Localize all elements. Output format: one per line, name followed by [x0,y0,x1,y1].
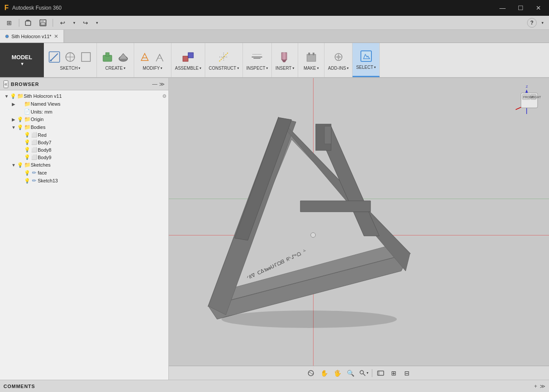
help-dropdown[interactable]: ▾ [539,17,545,29]
tree-row-body8[interactable]: · 💡 ⬜ Body8 [0,146,168,153]
orbit-button[interactable] [305,367,317,379]
sketch-label: SKETCH ▾ [60,66,81,71]
tree-eye-origin[interactable]: 💡 [17,117,24,122]
tab-close-button[interactable]: ✕ [54,33,58,39]
display-mode-button[interactable] [375,367,386,379]
ribbon-modify-group[interactable]: MODIFY ▾ [134,43,171,77]
tree-icon-units: 📄 [24,109,31,114]
open-button[interactable] [23,17,35,29]
navigation-cube[interactable]: Z FRONT RIGHT [511,83,542,114]
tree-eye-face[interactable]: 💡 [24,170,31,176]
construct-label: CONSTRUCT ▾ [209,66,239,71]
redo-dropdown[interactable]: ▾ [94,17,100,29]
tree-eye-red[interactable]: 💡 [24,132,31,138]
svg-marker-37 [300,201,371,212]
grid-button[interactable]: ⊞ [388,367,399,379]
ribbon-construct-group[interactable]: CONSTRUCT ▾ [205,43,243,77]
ribbon-insert-group[interactable]: INSERT ▾ [272,43,298,77]
undo-button[interactable]: ↩ [57,17,68,29]
tree-arrow-units: · [11,109,17,114]
tree-eye-bodies[interactable]: 💡 [17,125,24,130]
grid-view-button[interactable]: ⊞ [4,17,15,29]
inspect-icons [250,50,264,64]
ribbon-sketch-group[interactable]: SKETCH ▾ [44,43,97,77]
tree-eye-sketch13[interactable]: 💡 [24,178,31,184]
select-icons [359,49,373,63]
svg-rect-15 [183,56,188,61]
tree-row-namedviews[interactable]: ▶ · 📁 Named Views [0,100,168,108]
tree-arrow-face: · [18,171,24,175]
tree-label-body9: Body9 [38,155,167,160]
tree-row-bodies[interactable]: ▼ 💡 📁 Bodies [0,123,168,131]
tree-eye-body7[interactable]: 💡 [24,139,31,145]
svg-marker-43 [525,89,528,93]
modify-label: MODIFY ▾ [143,66,163,71]
maximize-button[interactable]: ☐ [514,3,527,13]
ribbon-select-group[interactable]: SELECT ▾ [353,43,380,77]
minimize-button[interactable]: — [496,3,509,13]
pan-button[interactable]: ✋ [318,367,330,379]
ribbon-create-group[interactable]: CREATE ▾ [97,43,134,77]
tree-arrow-namedviews[interactable]: ▶ [11,102,17,107]
assemble-icon [181,50,195,64]
document-tab[interactable]: Sith Holocron v11* ✕ [0,30,64,43]
browser-nav-back[interactable]: « [4,80,8,88]
tree-row-sketches[interactable]: ▼ 💡 📁 Sketches [0,161,168,169]
title-bar-controls: — ☐ ✕ [496,3,545,13]
tree-row-body9[interactable]: · 💡 ⬜ Body9 [0,153,168,161]
look-button[interactable]: 🖐 [332,367,343,379]
tree-icon-body8: ⬜ [31,147,38,153]
comments-add-btn[interactable]: + [534,383,537,389]
tree-arrow-root[interactable]: ▼ [4,94,10,99]
ribbon: MODEL ▾ SKETCH ▾ [0,43,549,78]
tree-row-face[interactable]: · 💡 ✏ face [0,169,168,177]
tree-row-body7[interactable]: · 💡 ⬜ Body7 [0,139,168,146]
tree-row-root[interactable]: ▼ 💡 📁 Sith Holocron v11 ⚙ [0,92,168,100]
save-button[interactable] [37,17,49,29]
inspect-label: INSPECT ▾ [246,66,268,71]
comments-expand-btn[interactable]: ≫ [540,383,545,389]
undo-dropdown[interactable]: ▾ [71,17,77,29]
svg-rect-2 [41,20,44,22]
browser-collapse-btn[interactable]: — [152,81,157,87]
comments-bar: COMMENTS + ≫ [0,380,549,392]
ribbon-make-group[interactable]: MAKE ▾ [298,43,324,77]
tree-arrow-bodies[interactable]: ▼ [11,125,17,130]
close-button[interactable]: ✕ [532,3,545,13]
title-bar-left: F Autodesk Fusion 360 [4,4,62,12]
environment-button[interactable]: ⊟ [401,367,413,379]
tree-row-red[interactable]: · 💡 ⬜ Red [0,131,168,139]
zoom-button[interactable]: 🔍 [345,367,356,379]
tree-row-origin[interactable]: ▶ 💡 📁 Origin [0,115,168,123]
ribbon-assemble-group[interactable]: ASSEMBLE ▾ [171,43,205,77]
tree-eye-body8[interactable]: 💡 [24,147,31,153]
main-content: « BROWSER — ≫ ▼ 💡 📁 Sith Holocron v11 ⚙ [0,78,549,380]
ribbon-inspect-group[interactable]: INSPECT ▾ [243,43,272,77]
redo-button[interactable]: ↪ [80,17,91,29]
svg-rect-25 [307,54,316,61]
browser-expand-btn[interactable]: ≫ [159,81,165,87]
tree-row-sketch13[interactable]: · 💡 ✏ Sketch13 [0,177,168,185]
tree-eye-root[interactable]: 💡 [10,93,17,99]
svg-line-5 [51,53,58,61]
model-label: MODEL [12,54,32,61]
viewport[interactable]: ᐟᖇᐁ ᑕᐃᘸᘙᑘᒥᗝᗺ ᖇᒡᔑᣜᗝ ᐧᒡ Z FRONT RIGHT [169,78,549,380]
tree-eye-body9[interactable]: 💡 [24,154,31,160]
browser-panel: « BROWSER — ≫ ▼ 💡 📁 Sith Holocron v11 ⚙ [0,78,169,380]
tab-status-dot [5,35,9,38]
tree-row-units[interactable]: · · 📄 Units: mm [0,108,168,115]
ribbon-addins-group[interactable]: ADD-INS ▾ [324,43,353,77]
tree-arrow-origin[interactable]: ▶ [11,117,17,122]
svg-rect-12 [106,53,109,56]
tree-label-red: Red [38,132,167,138]
model-workspace-button[interactable]: MODEL ▾ [0,43,44,77]
tree-arrow-sketches[interactable]: ▼ [11,163,17,167]
tree-arrow-sketch13: · [18,178,24,183]
svg-rect-27 [313,53,314,55]
svg-rect-16 [188,53,193,58]
help-button[interactable]: ? [527,18,537,28]
tree-gear-root[interactable]: ⚙ [162,93,167,99]
tree-eye-sketches[interactable]: 💡 [17,162,24,168]
zoom-dropdown[interactable]: ▾ [358,367,369,379]
tree-icon-face: ✏ [31,170,38,176]
